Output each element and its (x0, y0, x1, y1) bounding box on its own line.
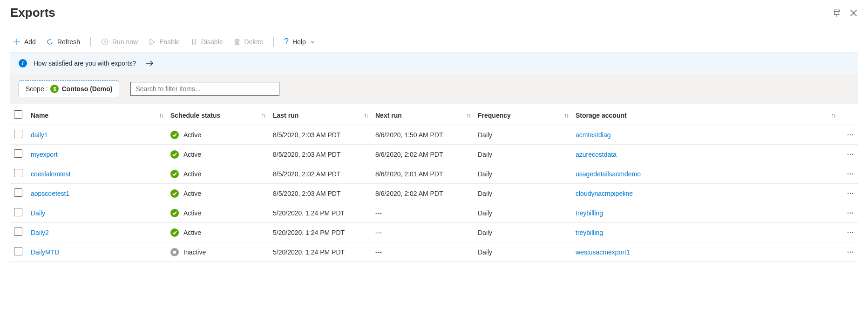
next-run-text: 8/6/2020, 1:50 AM PDT (375, 131, 443, 139)
search-input[interactable] (130, 82, 279, 96)
status-text: Active (183, 190, 201, 197)
storage-account-link[interactable]: westusacmexport1 (576, 248, 630, 256)
separator (90, 37, 91, 47)
col-frequency[interactable]: Frequency ↑↓ (474, 106, 572, 125)
help-button[interactable]: ? Help (281, 35, 318, 48)
refresh-button[interactable]: Refresh (43, 36, 83, 47)
add-label: Add (24, 38, 36, 46)
add-button[interactable]: Add (10, 36, 39, 47)
row-menu-button[interactable]: ··· (847, 170, 854, 178)
storage-account-link[interactable]: usagedetailsacmdemo (576, 170, 641, 178)
row-checkbox[interactable] (14, 169, 22, 177)
col-name[interactable]: Name ↑↓ (27, 106, 167, 125)
scope-label: Scope : (26, 85, 47, 93)
col-next-run[interactable]: Next run ↑↓ (372, 106, 474, 125)
storage-account-link[interactable]: treybilling (576, 209, 603, 217)
svg-marker-9 (150, 39, 155, 45)
svg-rect-1 (835, 11, 839, 14)
col-next-label: Next run (375, 112, 402, 119)
status-text: Active (183, 229, 201, 236)
refresh-label: Refresh (57, 38, 80, 46)
status-active-icon (170, 131, 179, 139)
trash-icon (233, 38, 241, 46)
separator (273, 37, 274, 47)
sort-icon: ↑↓ (466, 112, 470, 119)
row-menu-button[interactable]: ··· (847, 131, 854, 139)
export-name-link[interactable]: myexport (31, 151, 58, 158)
sort-icon: ↑↓ (261, 112, 265, 119)
col-last-run[interactable]: Last run ↑↓ (269, 106, 372, 125)
enable-button[interactable]: Enable (145, 36, 183, 47)
next-run-text: 8/6/2020, 2:01 AM PDT (375, 170, 443, 178)
status-active-icon (170, 170, 179, 178)
row-menu-button[interactable]: ··· (847, 151, 854, 158)
exports-table: Name ↑↓ Schedule status ↑↓ Last run ↑↓ N… (10, 106, 858, 262)
row-checkbox[interactable] (14, 247, 22, 255)
banner-text: How satisfied are you with exports? (34, 60, 136, 67)
row-menu-button[interactable]: ··· (847, 190, 854, 197)
row-menu-button[interactable]: ··· (847, 209, 854, 217)
help-icon: ? (284, 37, 289, 47)
run-now-label: Run now (112, 38, 138, 46)
col-last-label: Last run (273, 112, 298, 119)
col-storage-label: Storage account (576, 112, 627, 119)
delete-button[interactable]: Delete (231, 36, 266, 47)
table-row: aopscoetest1Active8/5/2020, 2:03 AM PDT8… (10, 184, 858, 203)
frequency-text: Daily (478, 170, 492, 178)
table-row: DailyMTDInactive5/20/2020, 1:24 PM PDT--… (10, 242, 858, 262)
scope-filter-bar: Scope : $ Contoso (Demo) (10, 74, 858, 104)
sort-icon: ↑↓ (364, 112, 368, 119)
delete-label: Delete (244, 38, 263, 46)
next-run-text: 8/6/2020, 2:02 AM PDT (375, 190, 443, 197)
storage-account-link[interactable]: acmtestdiag (576, 131, 610, 139)
feedback-banner[interactable]: i How satisfied are you with exports? (10, 53, 858, 74)
last-run-text: 5/20/2020, 1:24 PM PDT (273, 229, 345, 236)
row-checkbox[interactable] (14, 130, 22, 138)
export-name-link[interactable]: DailyMTD (31, 248, 59, 256)
status-text: Inactive (183, 248, 206, 256)
row-checkbox[interactable] (14, 227, 22, 236)
export-name-link[interactable]: Daily2 (31, 229, 49, 236)
last-run-text: 8/5/2020, 2:02 AM PDT (273, 170, 341, 178)
export-name-link[interactable]: coeslalomtest (31, 170, 71, 178)
run-icon (101, 38, 108, 46)
plus-icon (13, 38, 20, 46)
last-run-text: 8/5/2020, 2:03 AM PDT (273, 151, 341, 158)
export-name-link[interactable]: Daily (31, 209, 45, 217)
next-run-text: 8/6/2020, 2:02 AM PDT (375, 151, 443, 158)
frequency-text: Daily (478, 151, 492, 158)
svg-point-8 (102, 39, 108, 45)
select-all-checkbox[interactable] (14, 110, 22, 119)
info-icon: i (19, 59, 27, 67)
status-inactive-icon (170, 248, 179, 256)
disable-label: Disable (201, 38, 223, 46)
status-text: Active (183, 209, 201, 217)
last-run-text: 5/20/2020, 1:24 PM PDT (273, 209, 345, 217)
scope-picker[interactable]: Scope : $ Contoso (Demo) (19, 80, 119, 97)
storage-account-link[interactable]: treybilling (576, 229, 603, 236)
close-icon[interactable] (849, 9, 858, 17)
pin-icon[interactable] (833, 9, 841, 17)
table-row: Daily2Active5/20/2020, 1:24 PM PDT---Dai… (10, 223, 858, 242)
col-storage[interactable]: Storage account ↑↓ (572, 106, 839, 125)
disable-button[interactable]: Disable (187, 36, 226, 47)
row-checkbox[interactable] (14, 149, 22, 158)
svg-rect-12 (235, 40, 239, 45)
frequency-text: Daily (478, 190, 492, 197)
export-name-link[interactable]: aopscoetest1 (31, 190, 69, 197)
chevron-down-icon (310, 39, 315, 45)
table-row: daily1Active8/5/2020, 2:03 AM PDT8/6/202… (10, 125, 858, 145)
col-status[interactable]: Schedule status ↑↓ (167, 106, 269, 125)
storage-account-link[interactable]: azurecostdata (576, 151, 617, 158)
row-checkbox[interactable] (14, 208, 22, 216)
row-checkbox[interactable] (14, 188, 22, 197)
row-menu-button[interactable]: ··· (847, 229, 854, 236)
last-run-text: 8/5/2020, 2:03 AM PDT (273, 190, 341, 197)
next-run-text: --- (375, 209, 382, 217)
row-menu-button[interactable]: ··· (847, 248, 854, 256)
run-now-button[interactable]: Run now (98, 36, 141, 47)
frequency-text: Daily (478, 131, 492, 139)
storage-account-link[interactable]: cloudynacmpipeline (576, 190, 633, 197)
export-name-link[interactable]: daily1 (31, 131, 48, 139)
frequency-text: Daily (478, 229, 492, 236)
